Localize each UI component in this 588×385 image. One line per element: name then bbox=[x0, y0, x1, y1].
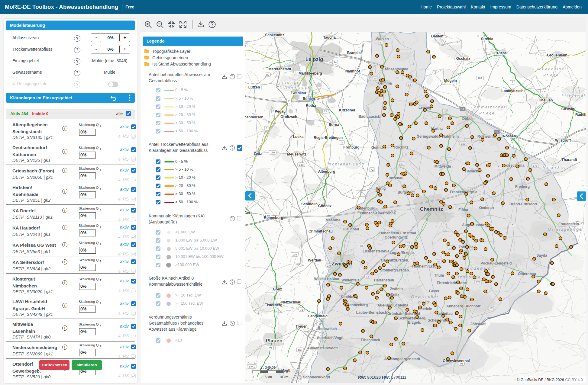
svg-text:Rochlitz: Rochlitz bbox=[394, 145, 409, 149]
svg-text:Frauenstein: Frauenstein bbox=[558, 222, 579, 226]
svg-text:Schwarzenberg/: Schwarzenberg/ bbox=[399, 316, 427, 320]
svg-text:Wilsdruff: Wilsdruff bbox=[555, 138, 571, 143]
svg-text:17: 17 bbox=[489, 307, 493, 310]
svg-text:4: 4 bbox=[330, 224, 331, 227]
svg-text:107: 107 bbox=[399, 162, 403, 165]
svg-text:Werdau: Werdau bbox=[308, 258, 321, 262]
svg-text:Osterzgebirge: Osterzgebirge bbox=[548, 227, 582, 232]
svg-text:Markkleeberg: Markkleeberg bbox=[299, 71, 322, 75]
svg-text:Geyer: Geyer bbox=[429, 289, 439, 293]
svg-text:Kohrener Land: Kohrener Land bbox=[329, 162, 365, 166]
svg-text:180: 180 bbox=[270, 151, 275, 154]
svg-text:Brand-Erbisdorf: Brand-Erbisdorf bbox=[509, 202, 538, 206]
svg-text:Zwönitz: Zwönitz bbox=[390, 287, 404, 291]
svg-text:Jöhstadt: Jöhstadt bbox=[470, 322, 486, 326]
svg-text:Thum: Thum bbox=[434, 273, 444, 278]
svg-text:© GeoBasis-DE / BKG 2026 CC BY: © GeoBasis-DE / BKG 2026 CC BY 4.0 bbox=[517, 378, 583, 382]
svg-text:Böhlen: Böhlen bbox=[303, 97, 315, 101]
svg-text:10 km: 10 km bbox=[279, 375, 288, 379]
svg-text:Pflege: Pflege bbox=[479, 111, 495, 115]
svg-text:Riesa: Riesa bbox=[497, 51, 507, 55]
svg-text:Mittweida: Mittweida bbox=[435, 164, 451, 168]
svg-text:101: 101 bbox=[496, 166, 501, 169]
svg-text:Oberlungwitz: Oberlungwitz bbox=[385, 235, 408, 239]
svg-text:72: 72 bbox=[269, 347, 272, 350]
svg-text:Wald: Wald bbox=[545, 171, 557, 175]
svg-text:72: 72 bbox=[300, 308, 303, 311]
svg-text:Eibenstock: Eibenstock bbox=[361, 338, 380, 342]
svg-text:Naunhof: Naunhof bbox=[345, 69, 360, 73]
svg-text:14: 14 bbox=[495, 131, 498, 134]
svg-text:Schkeuditz: Schkeuditz bbox=[265, 33, 284, 37]
svg-text:Hartenstein: Hartenstein bbox=[374, 278, 394, 282]
svg-text:Lucka: Lucka bbox=[293, 135, 304, 139]
svg-text:Treuen: Treuen bbox=[296, 324, 307, 329]
svg-text:Meerane: Meerane bbox=[326, 218, 341, 222]
svg-text:Ronneburg: Ronneburg bbox=[264, 216, 283, 220]
svg-text:Coswig: Coswig bbox=[561, 107, 574, 111]
svg-text:169: 169 bbox=[477, 77, 482, 80]
svg-text:Zeitz: Zeitz bbox=[254, 152, 262, 156]
svg-text:101: 101 bbox=[510, 224, 515, 227]
svg-text:6: 6 bbox=[512, 81, 513, 84]
svg-text:Crimmitschau: Crimmitschau bbox=[309, 229, 333, 233]
svg-text:Meuselwitz: Meuselwitz bbox=[287, 152, 306, 156]
svg-text:Brandis: Brandis bbox=[347, 51, 361, 55]
svg-text:4: 4 bbox=[565, 133, 567, 136]
svg-text:Hohenmölsen: Hohenmölsen bbox=[245, 115, 263, 119]
svg-text:Geringswalde: Geringswalde bbox=[417, 134, 441, 139]
svg-text:Leipzig: Leipzig bbox=[305, 56, 323, 62]
svg-text:0: 0 bbox=[252, 375, 254, 379]
svg-text:Tharandt: Tharandt bbox=[561, 158, 577, 162]
svg-text:Lützen: Lützen bbox=[248, 85, 260, 89]
svg-text:95: 95 bbox=[437, 260, 440, 263]
svg-text:Frohburg: Frohburg bbox=[343, 145, 359, 149]
svg-text:Kitzscher: Kitzscher bbox=[339, 108, 355, 112]
svg-text:Lauter-Bernsbach: Lauter-Bernsbach bbox=[356, 310, 387, 315]
svg-text:Ehrenfriedersdorf: Ehrenfriedersdorf bbox=[437, 281, 467, 285]
svg-text:14: 14 bbox=[461, 107, 464, 111]
svg-text:Chemnitz: Chemnitz bbox=[420, 206, 443, 212]
svg-text:Nossen: Nossen bbox=[503, 134, 516, 138]
svg-text:Taucha: Taucha bbox=[323, 35, 335, 40]
svg-text:Erzgeb.: Erzgeb. bbox=[408, 320, 421, 325]
svg-text:Stollberg/Erzgeb.: Stollberg/Erzgeb. bbox=[380, 268, 410, 272]
svg-text:Schöneck/Vogtl.: Schöneck/Vogtl. bbox=[303, 375, 331, 379]
svg-text:Friedewald: Friedewald bbox=[562, 93, 586, 98]
svg-text:Frankenberg/Sa.: Frankenberg/Sa. bbox=[450, 190, 478, 194]
svg-text:Lommatzsch: Lommatzsch bbox=[501, 89, 523, 93]
svg-text:5 km: 5 km bbox=[265, 375, 272, 379]
svg-text:Erzgebirge: Erzgebirge bbox=[454, 275, 481, 279]
svg-text:Geyerscher: Geyerscher bbox=[411, 294, 439, 299]
svg-text:14: 14 bbox=[334, 61, 337, 64]
svg-text:Pockau-Lengefeld: Pockau-Lengefeld bbox=[480, 261, 512, 265]
svg-text:Oelsnitz/Erzgeb.: Oelsnitz/Erzgeb. bbox=[381, 258, 409, 262]
svg-text:72: 72 bbox=[407, 242, 410, 245]
svg-text:Oederan: Oederan bbox=[479, 206, 494, 210]
svg-text:Plauen: Plauen bbox=[266, 338, 283, 344]
svg-text:173: 173 bbox=[533, 164, 537, 167]
svg-text:Lunzenau: Lunzenau bbox=[386, 176, 403, 180]
svg-text:Lichtenstein/Sa.: Lichtenstein/Sa. bbox=[363, 249, 390, 253]
svg-text:Augustusburg: Augustusburg bbox=[462, 223, 487, 227]
svg-text:2: 2 bbox=[266, 127, 267, 130]
svg-text:Rötha: Rötha bbox=[306, 104, 316, 108]
svg-text:173: 173 bbox=[358, 245, 363, 248]
svg-text:Strehla: Strehla bbox=[481, 37, 493, 41]
svg-text:Osterland: Osterland bbox=[373, 208, 397, 213]
svg-text:72: 72 bbox=[340, 141, 343, 144]
svg-text:Meißen: Meißen bbox=[540, 98, 553, 102]
svg-text:Roßwein: Roßwein bbox=[477, 134, 493, 139]
svg-text:Leipziger: Leipziger bbox=[279, 80, 302, 85]
svg-text:Tieflandsbucht: Tieflandsbucht bbox=[276, 85, 312, 90]
svg-text:RW: 801626 HW: 5700111: RW: 801626 HW: 5700111 bbox=[358, 375, 406, 380]
svg-text:Falkenstein/Vogtl.: Falkenstein/Vogtl. bbox=[308, 346, 339, 350]
svg-text:Lugau/Erzgeb.: Lugau/Erzgeb. bbox=[390, 251, 415, 255]
svg-text:Freiberg: Freiberg bbox=[515, 184, 530, 189]
svg-text:Annaberg-Buchholz: Annaberg-Buchholz bbox=[446, 304, 481, 308]
svg-text:1 : 349.094: 1 : 349.094 bbox=[260, 366, 278, 369]
svg-text:72: 72 bbox=[366, 275, 369, 278]
svg-text:Schmölln: Schmölln bbox=[301, 202, 318, 206]
svg-text:180: 180 bbox=[299, 163, 303, 166]
svg-text:14: 14 bbox=[373, 77, 376, 80]
